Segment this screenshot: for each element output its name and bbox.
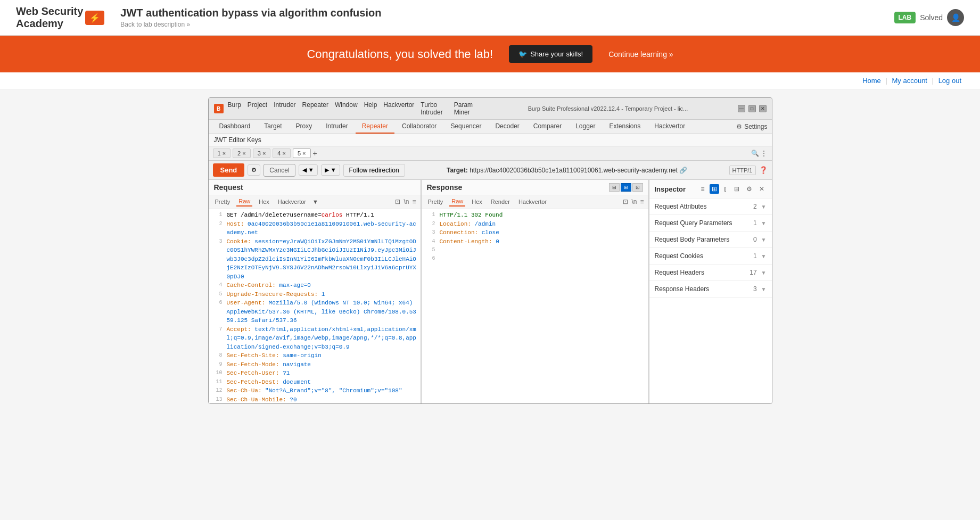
logo-icon: ⚡ <box>85 11 104 25</box>
inspector-close-icon[interactable]: ✕ <box>757 184 767 194</box>
req-tab-hackvertor[interactable]: Hackvertor <box>276 197 308 206</box>
code-line: 5 <box>422 246 648 254</box>
tab-hackvertor[interactable]: Hackvertor <box>648 120 691 134</box>
prev-nav-button[interactable]: ◀ ▼ <box>299 164 318 176</box>
tab-collaborator[interactable]: Collaborator <box>396 120 443 134</box>
req-tab-raw[interactable]: Raw <box>236 197 252 207</box>
split-horizontal-button[interactable]: ⊟ <box>609 183 620 192</box>
chevron-down-icon: ▼ <box>761 253 767 259</box>
logo-line2: Academy <box>16 18 83 30</box>
resp-tab-hex[interactable]: Hex <box>470 197 484 206</box>
cancel-button[interactable]: Cancel <box>263 164 295 177</box>
menu-param-miner[interactable]: Param Miner <box>454 101 479 116</box>
inspector-align-icon[interactable]: ⫿ <box>722 184 729 194</box>
response-panel-icons: ⊡ \n ≡ <box>623 198 644 205</box>
success-banner: Congratulations, you solved the lab! 🐦 S… <box>0 36 980 72</box>
tab-logger[interactable]: Logger <box>569 120 602 134</box>
back-link[interactable]: Back to lab description » <box>120 21 381 28</box>
code-line: 4 Cache-Control: max-age=0 <box>209 281 421 290</box>
menu-hackvertor[interactable]: Hackvertor <box>383 101 414 116</box>
search-icon[interactable]: 🔍 ⋮ <box>751 150 767 157</box>
resp-menu-icon[interactable]: ≡ <box>640 198 644 205</box>
chevron-down-icon: ▼ <box>761 204 767 210</box>
my-account-link[interactable]: My account <box>892 77 927 85</box>
repeater-tab-5[interactable]: 5 × <box>293 148 311 158</box>
link-icon: 🔗 <box>679 167 687 174</box>
code-line: 6 <box>422 254 648 263</box>
tab-extensions[interactable]: Extensions <box>603 120 647 134</box>
minimize-button[interactable]: — <box>738 105 745 112</box>
follow-redirection-button[interactable]: Follow redirection <box>343 164 405 177</box>
req-tab-pretty[interactable]: Pretty <box>213 197 233 206</box>
req-tab-hex[interactable]: Hex <box>257 197 271 206</box>
inspector-request-query-params[interactable]: Request Query Parameters 1 ▼ <box>649 215 772 232</box>
resp-tab-hackvertor[interactable]: Hackvertor <box>516 197 549 206</box>
tab-decoder[interactable]: Decoder <box>489 120 525 134</box>
response-panel: Response ⊟ ⊞ ⊡ Pretty Raw Hex Render Hac… <box>422 180 649 403</box>
jwt-editor-keys-bar: JWT Editor Keys <box>209 134 772 146</box>
resp-tab-raw[interactable]: Raw <box>449 197 465 207</box>
req-subtab-dropdown[interactable]: ▼ <box>312 199 318 205</box>
inspector-request-attributes[interactable]: Request Attributes 2 ▼ <box>649 199 772 215</box>
tab-target[interactable]: Target <box>258 120 288 134</box>
continue-learning-link[interactable]: Continue learning » <box>608 50 673 59</box>
request-body[interactable]: 1 GET /admin/delete?username=carlos HTTP… <box>209 209 421 403</box>
request-panel-icons: ⊡ \n ≡ <box>395 198 416 205</box>
code-line: 3 Connection: close <box>422 228 648 237</box>
repeater-tab-2[interactable]: 2 × <box>233 148 251 158</box>
resp-wrap-icon[interactable]: ⊡ <box>623 198 628 205</box>
burp-titlebar: B Burp Project Intruder Repeater Window … <box>209 98 772 120</box>
tab-dashboard[interactable]: Dashboard <box>213 120 257 134</box>
burp-logo: B <box>214 104 224 113</box>
inspector-list-icon[interactable]: ≡ <box>698 184 706 194</box>
menu-burp[interactable]: Burp <box>228 101 241 116</box>
newline-icon[interactable]: \n <box>403 198 409 205</box>
split-vertical-button[interactable]: ⊞ <box>621 183 631 192</box>
inspector-request-body-params[interactable]: Request Body Parameters 0 ▼ <box>649 232 772 248</box>
tab-comparer[interactable]: Comparer <box>527 120 568 134</box>
code-line: 2 Host: 0ac40020036b3b50c1e1a81100910061… <box>209 220 421 237</box>
banner-text: Congratulations, you solved the lab! <box>307 47 493 61</box>
home-link[interactable]: Home <box>862 77 881 85</box>
maximize-button[interactable]: □ <box>748 105 756 112</box>
menu-project[interactable]: Project <box>248 101 267 116</box>
wrap-icon[interactable]: ⊡ <box>395 198 400 205</box>
tab-view-button[interactable]: ⊡ <box>632 183 643 192</box>
add-tab-button[interactable]: + <box>313 149 317 158</box>
inspector-request-headers[interactable]: Request Headers 17 ▼ <box>649 265 772 281</box>
menu-icon[interactable]: ≡ <box>412 198 416 205</box>
tab-proxy[interactable]: Proxy <box>290 120 319 134</box>
request-toolbar: Send ⚙ Cancel ◀ ▼ ▶ ▼ Follow redirection… <box>209 161 772 180</box>
repeater-tab-3[interactable]: 3 × <box>253 148 271 158</box>
inspector-split-icon[interactable]: ⊟ <box>732 184 742 194</box>
request-panel: Request Pretty Raw Hex Hackvertor ▼ ⊡ \n… <box>209 180 422 403</box>
settings-gear-button[interactable]: ⚙ <box>248 164 260 176</box>
inspector-table-icon[interactable]: ⊞ <box>710 184 719 194</box>
repeater-tab-4[interactable]: 4 × <box>273 148 291 158</box>
tab-repeater[interactable]: Repeater <box>356 120 394 134</box>
menu-intruder[interactable]: Intruder <box>274 101 295 116</box>
settings-icon: ⚙ <box>736 123 742 130</box>
resp-newline-icon[interactable]: \n <box>631 198 637 205</box>
inspector-request-cookies[interactable]: Request Cookies 1 ▼ <box>649 248 772 265</box>
chevron-down-icon: ▼ <box>761 270 767 276</box>
menu-help[interactable]: Help <box>364 101 377 116</box>
send-button[interactable]: Send <box>213 163 245 177</box>
tab-intruder[interactable]: Intruder <box>319 120 354 134</box>
code-line: 6 User-Agent: Mozilla/5.0 (Windows NT 10… <box>209 299 421 325</box>
repeater-tab-1[interactable]: 1 × <box>213 148 231 158</box>
tab-settings[interactable]: ⚙ Settings <box>736 123 767 130</box>
resp-tab-render[interactable]: Render <box>489 197 512 206</box>
resp-tab-pretty[interactable]: Pretty <box>426 197 446 206</box>
menu-window[interactable]: Window <box>335 101 358 116</box>
tab-sequencer[interactable]: Sequencer <box>444 120 488 134</box>
close-button[interactable]: ✕ <box>759 105 767 112</box>
solved-text: Solved <box>920 13 943 22</box>
inspector-response-headers[interactable]: Response Headers 3 ▼ <box>649 281 772 298</box>
log-out-link[interactable]: Log out <box>938 77 961 85</box>
share-button[interactable]: 🐦 Share your skills! <box>509 45 592 63</box>
inspector-settings-icon[interactable]: ⚙ <box>744 184 754 194</box>
menu-repeater[interactable]: Repeater <box>302 101 328 116</box>
next-nav-button[interactable]: ▶ ▼ <box>321 164 340 176</box>
menu-turbo-intruder[interactable]: Turbo Intruder <box>421 101 447 116</box>
